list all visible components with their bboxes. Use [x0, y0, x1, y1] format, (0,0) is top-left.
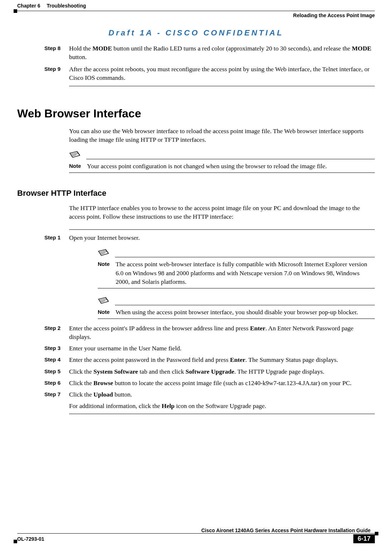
step-8: Step 8 Hold the MODE button until the Ra…: [44, 44, 375, 61]
bold: Browse: [93, 379, 113, 387]
bold: Help: [162, 402, 175, 409]
note-text: When using the access point browser inte…: [116, 308, 375, 316]
footer-guide-title: Cisco Aironet 1240AG Series Access Point…: [17, 528, 371, 533]
step-5: Step 5 Click the System Software tab and…: [44, 367, 375, 376]
confidential-banner: Draft 1A - CISCO CONFIDENTIAL: [17, 28, 375, 38]
chapter-title: Troubleshooting: [47, 3, 86, 9]
rule: [69, 414, 375, 414]
text: button.: [113, 391, 132, 398]
note-text: Your access point configuration is not c…: [87, 162, 375, 170]
step-label: Step 8: [44, 44, 69, 61]
step-text: Open your Internet browser.: [69, 233, 375, 242]
step-label: Step 4: [44, 355, 69, 364]
note-text: The access point web-browser interface i…: [116, 260, 375, 286]
step-4: Step 4 Enter the access point password i…: [44, 355, 375, 364]
note-label: Note: [69, 162, 87, 170]
page-number: 6-17: [353, 534, 375, 543]
intro-paragraph: You can also use the Web browser interfa…: [69, 127, 375, 144]
header-section: Reloading the Access Point Image: [17, 13, 375, 18]
http-paragraph: The HTTP interface enables you to browse…: [69, 204, 375, 221]
bold: Software Upgrade: [185, 368, 234, 375]
note-icon: [69, 150, 83, 160]
page-header: Chapter 6 Troubleshooting Reloading the …: [17, 0, 375, 18]
text: tab and then click: [138, 368, 186, 375]
rule: [69, 229, 375, 230]
step-3: Step 3 Enter your username in the User N…: [44, 344, 375, 353]
step-label: Step 3: [44, 344, 69, 353]
text: Click the: [69, 379, 93, 387]
note-block: Note When using the access point browser…: [98, 296, 375, 319]
step-text: Click the Browse button to locate the ac…: [69, 379, 375, 387]
bold: MODE: [92, 45, 112, 52]
step-text: Enter the access point's IP address in t…: [69, 324, 375, 341]
bold: MODE: [352, 45, 371, 52]
bold: Enter: [230, 356, 246, 363]
step-text: Hold the MODE button until the Radio LED…: [69, 44, 375, 61]
text: . The HTTP Upgrade page displays.: [234, 368, 324, 375]
step-label: Step 6: [44, 379, 69, 387]
step-text: Enter your username in the User Name fie…: [69, 344, 375, 353]
text: Click the: [69, 391, 93, 398]
text: For additional information, click the: [69, 402, 162, 409]
heading-browser-http-interface: Browser HTTP Interface: [17, 189, 375, 198]
closing-paragraph: For additional information, click the He…: [69, 402, 375, 410]
step-label: Step 2: [44, 324, 69, 341]
text: button to locate the access point image …: [113, 379, 352, 387]
step-6: Step 6 Click the Browse button to locate…: [44, 379, 375, 387]
rule: [69, 86, 375, 86]
footer-doc-number: OL-7293-01: [17, 536, 44, 542]
step-label: Step 9: [44, 65, 69, 82]
note-label: Note: [98, 260, 116, 286]
text: Enter the access point password in the P…: [69, 356, 230, 363]
step-1: Step 1 Open your Internet browser.: [44, 233, 375, 242]
step-2: Step 2 Enter the access point's IP addre…: [44, 324, 375, 341]
bold: Enter: [250, 325, 266, 332]
note-icon: [98, 296, 112, 306]
step-text: Enter the access point password in the P…: [69, 355, 375, 364]
step-text: Click the Upload button.: [69, 390, 375, 399]
heading-web-browser-interface: Web Browser Interface: [17, 107, 375, 120]
text: button until the Radio LED turns a red c…: [112, 45, 352, 52]
step-9: Step 9 After the access point reboots, y…: [44, 65, 375, 82]
text: button.: [69, 53, 87, 60]
step-label: Step 5: [44, 367, 69, 376]
note-label: Note: [98, 308, 116, 316]
note-block: Note The access point web-browser interf…: [98, 248, 375, 288]
step-text: After the access point reboots, you must…: [69, 65, 375, 82]
note-icon: [98, 248, 112, 258]
text: icon on the Software Upgrade page.: [175, 402, 266, 409]
bold: Upload: [93, 391, 113, 398]
text: Enter the access point's IP address in t…: [69, 325, 250, 332]
text: Click the: [69, 368, 93, 375]
step-label: Step 7: [44, 390, 69, 399]
step-7: Step 7 Click the Upload button.: [44, 390, 375, 399]
step-label: Step 1: [44, 233, 69, 242]
text: . The Summary Status page displays.: [245, 356, 338, 363]
chapter-number: Chapter 6: [17, 3, 40, 9]
note-block: Note Your access point configuration is …: [69, 150, 375, 173]
step-text: Click the System Software tab and then c…: [69, 367, 375, 376]
bold: System Software: [93, 368, 138, 375]
text: Hold the: [69, 45, 92, 52]
page-footer: Cisco Aironet 1240AG Series Access Point…: [17, 535, 375, 543]
